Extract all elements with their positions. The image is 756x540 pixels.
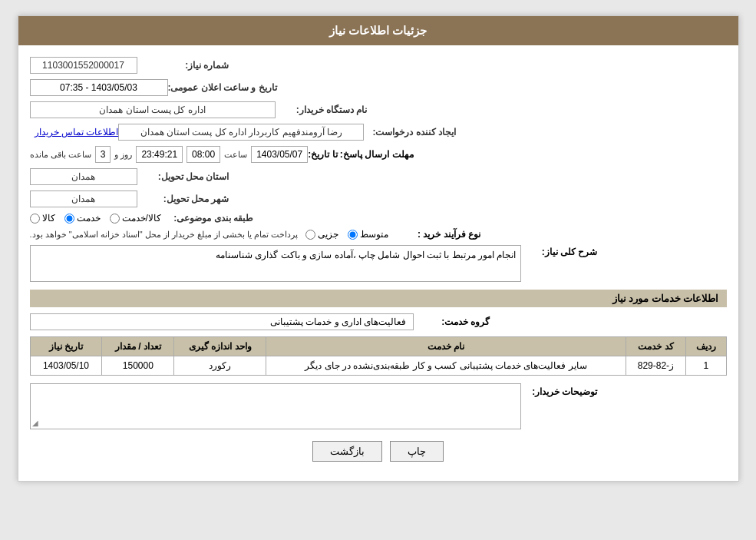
- cell-vahed: رکورد: [174, 356, 266, 376]
- shomareNiaz-value: 1103001552000017: [30, 57, 137, 74]
- table-row: 1 ز-82-829 سایر فعالیت‌های خدمات پشتیبان…: [30, 356, 726, 376]
- tarikh-label: تاریخ و ساعت اعلان عمومی:: [168, 82, 277, 93]
- tarikh-value: 1403/05/03 - 07:35: [30, 79, 168, 96]
- rooz-value: 3: [95, 146, 111, 163]
- goroheKhadamat-label: گروه خدمت:: [414, 316, 490, 327]
- ijadKonande-value: رضا آرومندفهیم کاربردار اداره کل پست است…: [118, 124, 364, 141]
- chap-button[interactable]: چاپ: [390, 441, 444, 462]
- noeFarayand-description: پرداخت تمام یا بخشی از مبلغ خریدار از مح…: [30, 230, 299, 240]
- ijadKonande-label: ایجاد کننده درخواست:: [364, 127, 456, 137]
- cell-tedad: 150000: [102, 356, 174, 376]
- goroheKhadamat-row: گروه خدمت: فعالیت‌های اداری و خدمات پشتی…: [30, 313, 727, 330]
- col-nam: نام خدمت: [266, 337, 626, 356]
- cell-radif: 1: [686, 356, 726, 376]
- tarikh-row: تاریخ و ساعت اعلان عمومی: 1403/05/03 - 0…: [30, 79, 727, 96]
- cell-nam: سایر فعالیت‌های خدمات پشتیبانی کسب و کار…: [266, 356, 626, 376]
- radio-kala-khadamat[interactable]: کالا/خدمت: [110, 213, 161, 224]
- namdastgah-row: نام دستگاه خریدار: اداره کل پست استان هم…: [30, 101, 727, 118]
- cell-tarikh: 1403/05/10: [30, 356, 102, 376]
- cell-kod: ز-82-829: [626, 356, 685, 376]
- noeFarayand-options: متوسط جزیی: [305, 229, 388, 240]
- shomareNiaz-label: شماره نیاز:: [137, 60, 229, 71]
- tozihat-row: توضیحات خریدار: ◢: [30, 383, 727, 429]
- shahrTahvil-label: شهر محل تحویل:: [137, 194, 229, 204]
- shahrTahvil-value: همدان: [30, 190, 137, 207]
- tozihat-label: توضیحات خریدار:: [521, 383, 598, 397]
- noeFarayand-label: نوع فرآیند خرید :: [388, 229, 480, 240]
- ijadKonande-row: ایجاد کننده درخواست: رضا آرومندفهیم کارب…: [30, 124, 727, 141]
- mohlat-label: مهلت ارسال پاسخ: تا تاریخ:: [308, 149, 413, 160]
- namdastgah-value: اداره کل پست استان همدان: [30, 101, 276, 118]
- buttons-row: چاپ بازگشت: [30, 441, 727, 462]
- page-header: جزئیات اطلاعات نیاز: [18, 16, 738, 45]
- mohlat-group: 1403/05/07 ساعت 08:00 23:49:21 روز و 3 س…: [30, 146, 309, 163]
- rooz-label: روز و: [114, 150, 132, 160]
- time-value: 08:00: [187, 146, 220, 163]
- tabaqeBandi-options: کالا/خدمت خدمت کالا: [30, 213, 161, 224]
- radio-kala[interactable]: کالا: [30, 213, 55, 224]
- table-header-row: ردیف کد خدمت نام خدمت واحد اندازه گیری ت…: [30, 337, 726, 356]
- resize-icon: ◢: [32, 419, 38, 427]
- tabaqeBandi-row: طبقه بندی موضوعی: کالا/خدمت خدمت کالا: [30, 213, 727, 224]
- sharhKoli-textarea[interactable]: [30, 245, 521, 282]
- col-tedad: تعداد / مقدار: [102, 337, 174, 356]
- radio-motavaset[interactable]: متوسط: [348, 229, 388, 240]
- tabaqeBandi-label: طبقه بندی موضوعی:: [161, 213, 253, 224]
- radio-khadamat[interactable]: خدمت: [64, 213, 101, 224]
- sharhKoli-row: شرح کلی نیاز:: [30, 245, 727, 282]
- date-value: 1403/05/07: [251, 146, 308, 163]
- goroheKhadamat-value: فعالیت‌های اداری و خدمات پشتیبانی: [30, 313, 414, 330]
- time-label: ساعت: [224, 150, 247, 160]
- col-radif: ردیف: [686, 337, 726, 356]
- col-tarikh: تاریخ نیاز: [30, 337, 102, 356]
- bazgasht-button[interactable]: بازگشت: [312, 441, 382, 462]
- ostanTahvil-value: همدان: [30, 168, 137, 185]
- shomareNiaz-row: شماره نیاز: 1103001552000017: [30, 57, 727, 74]
- ostanTahvil-label: استان محل تحویل:: [137, 171, 229, 182]
- page-title: جزئیات اطلاعات نیاز: [329, 24, 427, 37]
- col-vahed: واحد اندازه گیری: [174, 337, 266, 356]
- noeFarayand-row: نوع فرآیند خرید : متوسط جزیی پرداخت تمام…: [30, 229, 727, 240]
- sharhKoli-label: شرح کلی نیاز:: [521, 245, 598, 257]
- shahrTahvil-row: شهر محل تحویل: همدان: [30, 190, 727, 207]
- service-table: ردیف کد خدمت نام خدمت واحد اندازه گیری ت…: [30, 336, 727, 376]
- col-kod: کد خدمت: [626, 337, 685, 356]
- baghimande-value: 23:49:21: [136, 146, 183, 163]
- mohlat-row: مهلت ارسال پاسخ: تا تاریخ: 1403/05/07 سا…: [30, 146, 727, 163]
- tozihat-box: ◢: [30, 383, 521, 429]
- radio-jozi[interactable]: جزیی: [305, 229, 338, 240]
- namdastgah-label: نام دستگاه خریدار:: [276, 104, 368, 115]
- baghimande-label: ساعت باقی مانده: [30, 150, 91, 160]
- khatamat-section-title: اطلاعات خدمات مورد نیاز: [30, 290, 727, 307]
- ostanTahvil-row: استان محل تحویل: همدان: [30, 168, 727, 185]
- ijadKonande-link[interactable]: اطلاعات تماس خریدار: [35, 127, 119, 137]
